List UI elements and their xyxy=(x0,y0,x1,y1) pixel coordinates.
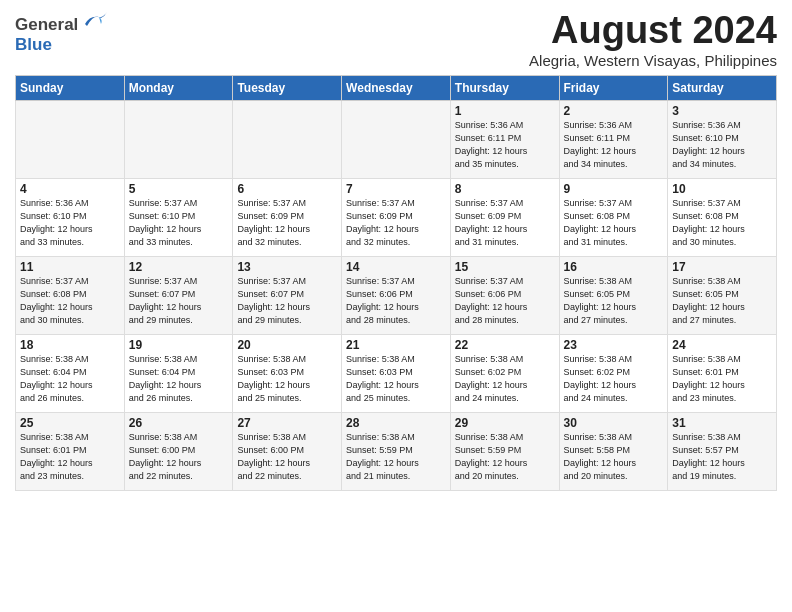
day-cell: 23Sunrise: 5:38 AM Sunset: 6:02 PM Dayli… xyxy=(559,334,668,412)
day-cell: 27Sunrise: 5:38 AM Sunset: 6:00 PM Dayli… xyxy=(233,412,342,490)
day-cell: 10Sunrise: 5:37 AM Sunset: 6:08 PM Dayli… xyxy=(668,178,777,256)
day-info: Sunrise: 5:38 AM Sunset: 5:59 PM Dayligh… xyxy=(346,431,446,483)
day-info: Sunrise: 5:37 AM Sunset: 6:08 PM Dayligh… xyxy=(20,275,120,327)
day-number: 25 xyxy=(20,416,120,430)
header-row: Sunday Monday Tuesday Wednesday Thursday… xyxy=(16,75,777,100)
week-row-2: 11Sunrise: 5:37 AM Sunset: 6:08 PM Dayli… xyxy=(16,256,777,334)
title-location: Alegria, Western Visayas, Philippines xyxy=(529,52,777,69)
day-cell: 24Sunrise: 5:38 AM Sunset: 6:01 PM Dayli… xyxy=(668,334,777,412)
day-number: 24 xyxy=(672,338,772,352)
day-number: 12 xyxy=(129,260,229,274)
col-tuesday: Tuesday xyxy=(233,75,342,100)
day-cell: 30Sunrise: 5:38 AM Sunset: 5:58 PM Dayli… xyxy=(559,412,668,490)
title-section: August 2024 Alegria, Western Visayas, Ph… xyxy=(529,10,777,69)
day-info: Sunrise: 5:37 AM Sunset: 6:06 PM Dayligh… xyxy=(346,275,446,327)
day-info: Sunrise: 5:37 AM Sunset: 6:08 PM Dayligh… xyxy=(564,197,664,249)
day-info: Sunrise: 5:38 AM Sunset: 6:02 PM Dayligh… xyxy=(564,353,664,405)
day-number: 3 xyxy=(672,104,772,118)
day-cell: 5Sunrise: 5:37 AM Sunset: 6:10 PM Daylig… xyxy=(124,178,233,256)
day-info: Sunrise: 5:37 AM Sunset: 6:10 PM Dayligh… xyxy=(129,197,229,249)
day-info: Sunrise: 5:38 AM Sunset: 5:59 PM Dayligh… xyxy=(455,431,555,483)
day-cell: 3Sunrise: 5:36 AM Sunset: 6:10 PM Daylig… xyxy=(668,100,777,178)
day-number: 7 xyxy=(346,182,446,196)
col-thursday: Thursday xyxy=(450,75,559,100)
day-info: Sunrise: 5:37 AM Sunset: 6:09 PM Dayligh… xyxy=(237,197,337,249)
day-number: 4 xyxy=(20,182,120,196)
day-info: Sunrise: 5:36 AM Sunset: 6:10 PM Dayligh… xyxy=(672,119,772,171)
logo-blue: Blue xyxy=(15,35,109,55)
day-cell: 13Sunrise: 5:37 AM Sunset: 6:07 PM Dayli… xyxy=(233,256,342,334)
day-cell: 11Sunrise: 5:37 AM Sunset: 6:08 PM Dayli… xyxy=(16,256,125,334)
col-monday: Monday xyxy=(124,75,233,100)
day-cell: 15Sunrise: 5:37 AM Sunset: 6:06 PM Dayli… xyxy=(450,256,559,334)
day-number: 5 xyxy=(129,182,229,196)
day-number: 9 xyxy=(564,182,664,196)
day-cell: 2Sunrise: 5:36 AM Sunset: 6:11 PM Daylig… xyxy=(559,100,668,178)
day-cell: 21Sunrise: 5:38 AM Sunset: 6:03 PM Dayli… xyxy=(342,334,451,412)
day-info: Sunrise: 5:38 AM Sunset: 6:02 PM Dayligh… xyxy=(455,353,555,405)
day-cell xyxy=(342,100,451,178)
day-cell xyxy=(124,100,233,178)
day-number: 13 xyxy=(237,260,337,274)
day-number: 17 xyxy=(672,260,772,274)
day-cell: 18Sunrise: 5:38 AM Sunset: 6:04 PM Dayli… xyxy=(16,334,125,412)
day-cell: 14Sunrise: 5:37 AM Sunset: 6:06 PM Dayli… xyxy=(342,256,451,334)
title-month: August 2024 xyxy=(529,10,777,52)
day-info: Sunrise: 5:36 AM Sunset: 6:10 PM Dayligh… xyxy=(20,197,120,249)
day-cell: 1Sunrise: 5:36 AM Sunset: 6:11 PM Daylig… xyxy=(450,100,559,178)
col-saturday: Saturday xyxy=(668,75,777,100)
week-row-3: 18Sunrise: 5:38 AM Sunset: 6:04 PM Dayli… xyxy=(16,334,777,412)
day-cell: 28Sunrise: 5:38 AM Sunset: 5:59 PM Dayli… xyxy=(342,412,451,490)
day-cell: 31Sunrise: 5:38 AM Sunset: 5:57 PM Dayli… xyxy=(668,412,777,490)
day-info: Sunrise: 5:37 AM Sunset: 6:09 PM Dayligh… xyxy=(346,197,446,249)
day-info: Sunrise: 5:38 AM Sunset: 6:04 PM Dayligh… xyxy=(129,353,229,405)
day-info: Sunrise: 5:38 AM Sunset: 6:03 PM Dayligh… xyxy=(237,353,337,405)
day-number: 26 xyxy=(129,416,229,430)
logo-general: General xyxy=(15,15,78,34)
day-cell: 6Sunrise: 5:37 AM Sunset: 6:09 PM Daylig… xyxy=(233,178,342,256)
day-cell: 9Sunrise: 5:37 AM Sunset: 6:08 PM Daylig… xyxy=(559,178,668,256)
day-cell: 19Sunrise: 5:38 AM Sunset: 6:04 PM Dayli… xyxy=(124,334,233,412)
day-cell: 7Sunrise: 5:37 AM Sunset: 6:09 PM Daylig… xyxy=(342,178,451,256)
day-info: Sunrise: 5:37 AM Sunset: 6:07 PM Dayligh… xyxy=(129,275,229,327)
logo: General Blue xyxy=(15,10,109,55)
day-info: Sunrise: 5:38 AM Sunset: 6:00 PM Dayligh… xyxy=(237,431,337,483)
day-info: Sunrise: 5:38 AM Sunset: 6:01 PM Dayligh… xyxy=(672,353,772,405)
day-cell: 26Sunrise: 5:38 AM Sunset: 6:00 PM Dayli… xyxy=(124,412,233,490)
day-info: Sunrise: 5:37 AM Sunset: 6:08 PM Dayligh… xyxy=(672,197,772,249)
day-number: 31 xyxy=(672,416,772,430)
col-wednesday: Wednesday xyxy=(342,75,451,100)
day-number: 18 xyxy=(20,338,120,352)
day-info: Sunrise: 5:38 AM Sunset: 6:05 PM Dayligh… xyxy=(564,275,664,327)
day-number: 11 xyxy=(20,260,120,274)
day-cell xyxy=(233,100,342,178)
day-number: 19 xyxy=(129,338,229,352)
day-number: 16 xyxy=(564,260,664,274)
logo-bird-icon xyxy=(81,10,109,30)
day-cell: 12Sunrise: 5:37 AM Sunset: 6:07 PM Dayli… xyxy=(124,256,233,334)
week-row-4: 25Sunrise: 5:38 AM Sunset: 6:01 PM Dayli… xyxy=(16,412,777,490)
day-cell: 4Sunrise: 5:36 AM Sunset: 6:10 PM Daylig… xyxy=(16,178,125,256)
day-cell: 17Sunrise: 5:38 AM Sunset: 6:05 PM Dayli… xyxy=(668,256,777,334)
day-info: Sunrise: 5:37 AM Sunset: 6:07 PM Dayligh… xyxy=(237,275,337,327)
week-row-0: 1Sunrise: 5:36 AM Sunset: 6:11 PM Daylig… xyxy=(16,100,777,178)
day-number: 14 xyxy=(346,260,446,274)
day-cell xyxy=(16,100,125,178)
col-sunday: Sunday xyxy=(16,75,125,100)
day-cell: 29Sunrise: 5:38 AM Sunset: 5:59 PM Dayli… xyxy=(450,412,559,490)
day-info: Sunrise: 5:38 AM Sunset: 5:57 PM Dayligh… xyxy=(672,431,772,483)
header: General Blue August 2024 Alegria, Wester… xyxy=(15,10,777,69)
day-cell: 16Sunrise: 5:38 AM Sunset: 6:05 PM Dayli… xyxy=(559,256,668,334)
day-info: Sunrise: 5:38 AM Sunset: 6:03 PM Dayligh… xyxy=(346,353,446,405)
day-info: Sunrise: 5:38 AM Sunset: 6:05 PM Dayligh… xyxy=(672,275,772,327)
logo-text: General Blue xyxy=(15,10,109,55)
day-cell: 25Sunrise: 5:38 AM Sunset: 6:01 PM Dayli… xyxy=(16,412,125,490)
day-cell: 22Sunrise: 5:38 AM Sunset: 6:02 PM Dayli… xyxy=(450,334,559,412)
day-cell: 8Sunrise: 5:37 AM Sunset: 6:09 PM Daylig… xyxy=(450,178,559,256)
day-number: 2 xyxy=(564,104,664,118)
day-number: 22 xyxy=(455,338,555,352)
day-number: 8 xyxy=(455,182,555,196)
day-info: Sunrise: 5:38 AM Sunset: 6:00 PM Dayligh… xyxy=(129,431,229,483)
calendar-table: Sunday Monday Tuesday Wednesday Thursday… xyxy=(15,75,777,491)
day-info: Sunrise: 5:36 AM Sunset: 6:11 PM Dayligh… xyxy=(455,119,555,171)
